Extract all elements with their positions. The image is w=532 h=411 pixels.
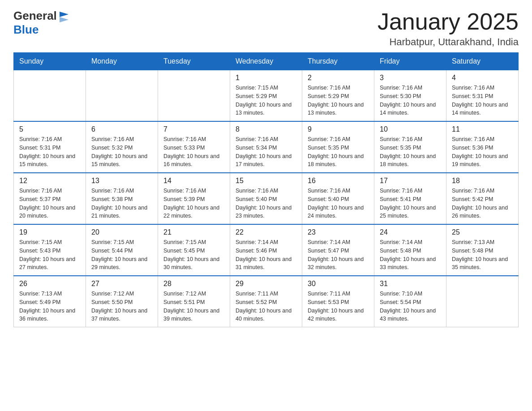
calendar-cell: 12Sunrise: 7:16 AM Sunset: 5:37 PM Dayli… — [14, 173, 86, 224]
calendar-cell: 8Sunrise: 7:16 AM Sunset: 5:34 PM Daylig… — [230, 121, 302, 173]
calendar-cell: 31Sunrise: 7:10 AM Sunset: 5:54 PM Dayli… — [374, 276, 446, 327]
day-number: 21 — [163, 228, 224, 236]
day-number: 22 — [236, 228, 296, 236]
day-info: Sunrise: 7:16 AM Sunset: 5:40 PM Dayligh… — [308, 187, 369, 220]
calendar-cell: 13Sunrise: 7:16 AM Sunset: 5:38 PM Dayli… — [86, 173, 158, 224]
calendar-subtitle: Harbatpur, Uttarakhand, India — [378, 36, 519, 48]
calendar-cell: 9Sunrise: 7:16 AM Sunset: 5:35 PM Daylig… — [302, 121, 374, 173]
column-header-saturday: Saturday — [446, 53, 519, 70]
day-number: 28 — [163, 280, 224, 288]
day-number: 7 — [163, 125, 224, 133]
day-info: Sunrise: 7:12 AM Sunset: 5:51 PM Dayligh… — [163, 290, 224, 323]
calendar-cell: 2Sunrise: 7:16 AM Sunset: 5:29 PM Daylig… — [302, 70, 374, 122]
day-number: 18 — [452, 177, 513, 185]
day-info: Sunrise: 7:16 AM Sunset: 5:41 PM Dayligh… — [380, 187, 441, 220]
calendar-week-row: 12Sunrise: 7:16 AM Sunset: 5:37 PM Dayli… — [14, 173, 519, 224]
calendar-cell: 7Sunrise: 7:16 AM Sunset: 5:33 PM Daylig… — [158, 121, 230, 173]
day-number: 23 — [308, 228, 369, 236]
day-number: 2 — [308, 74, 369, 82]
calendar-cell: 30Sunrise: 7:11 AM Sunset: 5:53 PM Dayli… — [302, 276, 374, 327]
day-info: Sunrise: 7:16 AM Sunset: 5:34 PM Dayligh… — [236, 135, 296, 169]
calendar-week-row: 5Sunrise: 7:16 AM Sunset: 5:31 PM Daylig… — [14, 121, 519, 173]
calendar-cell: 29Sunrise: 7:11 AM Sunset: 5:52 PM Dayli… — [230, 276, 302, 327]
day-info: Sunrise: 7:15 AM Sunset: 5:44 PM Dayligh… — [91, 238, 152, 272]
logo-blue-text: Blue — [13, 23, 39, 37]
day-number: 6 — [91, 125, 152, 133]
calendar-cell — [14, 70, 86, 122]
calendar-cell: 15Sunrise: 7:16 AM Sunset: 5:40 PM Dayli… — [230, 173, 302, 224]
day-number: 3 — [380, 74, 441, 82]
column-header-friday: Friday — [374, 53, 446, 70]
calendar-cell: 14Sunrise: 7:16 AM Sunset: 5:39 PM Dayli… — [158, 173, 230, 224]
calendar-table: SundayMondayTuesdayWednesdayThursdayFrid… — [13, 52, 519, 327]
column-header-wednesday: Wednesday — [230, 53, 302, 70]
day-info: Sunrise: 7:15 AM Sunset: 5:29 PM Dayligh… — [236, 84, 296, 117]
calendar-week-row: 1Sunrise: 7:15 AM Sunset: 5:29 PM Daylig… — [14, 70, 519, 122]
calendar-cell: 10Sunrise: 7:16 AM Sunset: 5:35 PM Dayli… — [374, 121, 446, 173]
day-info: Sunrise: 7:16 AM Sunset: 5:39 PM Dayligh… — [163, 187, 224, 220]
day-info: Sunrise: 7:16 AM Sunset: 5:37 PM Dayligh… — [19, 187, 80, 220]
day-number: 9 — [308, 125, 369, 133]
day-number: 11 — [452, 125, 513, 133]
calendar-cell: 1Sunrise: 7:15 AM Sunset: 5:29 PM Daylig… — [230, 70, 302, 122]
calendar-cell — [158, 70, 230, 122]
svg-marker-0 — [60, 12, 69, 17]
logo-general-text: General — [13, 9, 57, 23]
calendar-cell: 22Sunrise: 7:14 AM Sunset: 5:46 PM Dayli… — [230, 224, 302, 276]
calendar-cell — [86, 70, 158, 122]
day-number: 14 — [163, 177, 224, 185]
day-info: Sunrise: 7:13 AM Sunset: 5:48 PM Dayligh… — [452, 238, 513, 272]
day-number: 24 — [380, 228, 441, 236]
day-number: 4 — [452, 74, 513, 82]
day-number: 30 — [308, 280, 369, 288]
calendar-cell: 28Sunrise: 7:12 AM Sunset: 5:51 PM Dayli… — [158, 276, 230, 327]
calendar-cell — [446, 276, 519, 327]
column-header-monday: Monday — [86, 53, 158, 70]
day-info: Sunrise: 7:16 AM Sunset: 5:29 PM Dayligh… — [308, 84, 369, 117]
day-number: 17 — [380, 177, 441, 185]
day-info: Sunrise: 7:16 AM Sunset: 5:35 PM Dayligh… — [380, 135, 441, 169]
calendar-cell: 23Sunrise: 7:14 AM Sunset: 5:47 PM Dayli… — [302, 224, 374, 276]
calendar-cell: 6Sunrise: 7:16 AM Sunset: 5:32 PM Daylig… — [86, 121, 158, 173]
title-section: January 2025 Harbatpur, Uttarakhand, Ind… — [378, 9, 519, 48]
logo-flag-icon — [58, 10, 70, 22]
day-number: 1 — [236, 74, 296, 82]
calendar-cell: 24Sunrise: 7:14 AM Sunset: 5:48 PM Dayli… — [374, 224, 446, 276]
day-info: Sunrise: 7:16 AM Sunset: 5:31 PM Dayligh… — [452, 84, 513, 117]
calendar-week-row: 26Sunrise: 7:13 AM Sunset: 5:49 PM Dayli… — [14, 276, 519, 327]
calendar-cell: 25Sunrise: 7:13 AM Sunset: 5:48 PM Dayli… — [446, 224, 519, 276]
day-info: Sunrise: 7:14 AM Sunset: 5:47 PM Dayligh… — [308, 238, 369, 272]
calendar-cell: 5Sunrise: 7:16 AM Sunset: 5:31 PM Daylig… — [14, 121, 86, 173]
calendar-week-row: 19Sunrise: 7:15 AM Sunset: 5:43 PM Dayli… — [14, 224, 519, 276]
day-info: Sunrise: 7:16 AM Sunset: 5:30 PM Dayligh… — [380, 84, 441, 117]
column-header-sunday: Sunday — [14, 53, 86, 70]
day-info: Sunrise: 7:13 AM Sunset: 5:49 PM Dayligh… — [19, 290, 80, 323]
calendar-cell: 4Sunrise: 7:16 AM Sunset: 5:31 PM Daylig… — [446, 70, 519, 122]
day-info: Sunrise: 7:11 AM Sunset: 5:52 PM Dayligh… — [236, 290, 296, 323]
day-number: 12 — [19, 177, 80, 185]
day-info: Sunrise: 7:16 AM Sunset: 5:31 PM Dayligh… — [19, 135, 80, 169]
day-info: Sunrise: 7:16 AM Sunset: 5:35 PM Dayligh… — [308, 135, 369, 169]
day-info: Sunrise: 7:14 AM Sunset: 5:48 PM Dayligh… — [380, 238, 441, 272]
day-number: 8 — [236, 125, 296, 133]
calendar-cell: 3Sunrise: 7:16 AM Sunset: 5:30 PM Daylig… — [374, 70, 446, 122]
calendar-cell: 19Sunrise: 7:15 AM Sunset: 5:43 PM Dayli… — [14, 224, 86, 276]
calendar-cell: 26Sunrise: 7:13 AM Sunset: 5:49 PM Dayli… — [14, 276, 86, 327]
calendar-cell: 11Sunrise: 7:16 AM Sunset: 5:36 PM Dayli… — [446, 121, 519, 173]
day-number: 27 — [91, 280, 152, 288]
day-info: Sunrise: 7:16 AM Sunset: 5:33 PM Dayligh… — [163, 135, 224, 169]
column-header-thursday: Thursday — [302, 53, 374, 70]
day-number: 10 — [380, 125, 441, 133]
calendar-cell: 27Sunrise: 7:12 AM Sunset: 5:50 PM Dayli… — [86, 276, 158, 327]
calendar-cell: 18Sunrise: 7:16 AM Sunset: 5:42 PM Dayli… — [446, 173, 519, 224]
day-number: 19 — [19, 228, 80, 236]
day-number: 13 — [91, 177, 152, 185]
day-number: 25 — [452, 228, 513, 236]
day-info: Sunrise: 7:16 AM Sunset: 5:40 PM Dayligh… — [236, 187, 296, 220]
page-header: General Blue January 2025 Harbatpur, Utt… — [13, 9, 519, 48]
calendar-cell: 21Sunrise: 7:15 AM Sunset: 5:45 PM Dayli… — [158, 224, 230, 276]
day-number: 5 — [19, 125, 80, 133]
calendar-cell: 17Sunrise: 7:16 AM Sunset: 5:41 PM Dayli… — [374, 173, 446, 224]
calendar-header-row: SundayMondayTuesdayWednesdayThursdayFrid… — [14, 53, 519, 70]
day-info: Sunrise: 7:14 AM Sunset: 5:46 PM Dayligh… — [236, 238, 296, 272]
